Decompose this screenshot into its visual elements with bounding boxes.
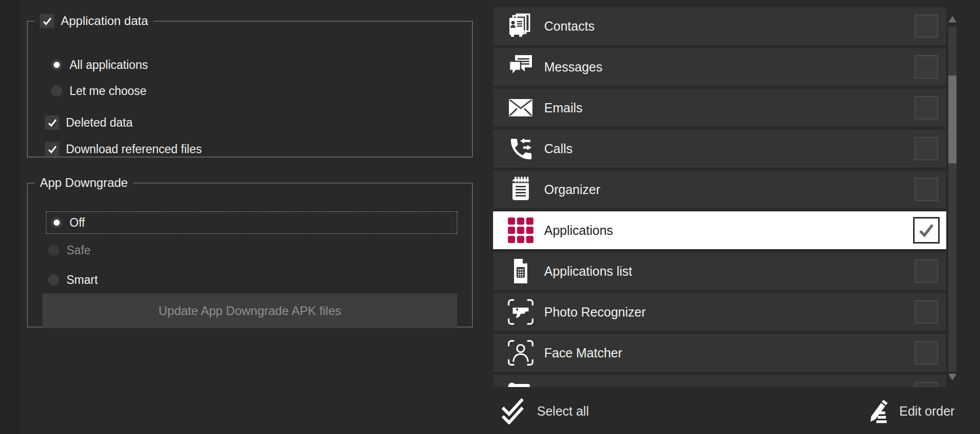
list-item-label: Messages xyxy=(544,60,602,75)
edit-order-button[interactable]: Edit order xyxy=(866,398,954,424)
scrollbar-track[interactable] xyxy=(948,27,956,372)
app-downgrade-label: App Downgrade xyxy=(40,175,128,190)
list-item-checkbox[interactable] xyxy=(915,14,938,38)
list-item-label: Calls xyxy=(544,141,573,156)
category-list: Contacts Messages Emails Calls Organizer… xyxy=(493,0,946,387)
check-icon xyxy=(47,117,58,128)
radio-label: Let me choose xyxy=(69,84,147,98)
list-item[interactable]: Calls xyxy=(493,130,946,167)
list-item[interactable]: Messages xyxy=(493,48,946,86)
radio-all-applications[interactable]: All applications xyxy=(51,57,148,73)
radio-label: Off xyxy=(69,216,85,230)
checkbox-download-referenced-files[interactable]: Download referenced files xyxy=(45,142,202,156)
checkbox-icon xyxy=(45,115,59,130)
list-item-checkbox[interactable] xyxy=(915,300,938,324)
app-downgrade-group: App Downgrade Off Safe Smart Update App … xyxy=(27,175,473,327)
radio-selected-icon xyxy=(51,217,62,228)
select-all-label: Select all xyxy=(537,404,589,419)
list-item[interactable]: Applications xyxy=(493,211,946,249)
radio-unselected-icon xyxy=(48,274,59,285)
list-item-label: Applications xyxy=(544,223,613,238)
radio-label: Smart xyxy=(66,273,98,287)
list-item[interactable]: Face Matcher xyxy=(493,334,946,372)
checkbox-label: Download referenced files xyxy=(66,142,202,156)
list-item-checkbox[interactable] xyxy=(915,259,938,283)
radio-smart[interactable]: Smart xyxy=(48,272,98,287)
list-item-checkbox[interactable] xyxy=(915,382,938,387)
application-data-group: Application data All applications Let me… xyxy=(27,13,473,157)
list-item[interactable]: Emails xyxy=(493,89,946,127)
list-item-label: Applications list xyxy=(544,264,632,279)
check-icon xyxy=(47,144,58,155)
checkbox-label: Deleted data xyxy=(66,116,132,130)
radio-safe[interactable]: Safe xyxy=(48,243,90,258)
list-item-checkbox[interactable] xyxy=(913,217,940,244)
radio-label: All applications xyxy=(69,58,148,72)
list-item[interactable]: Organizer xyxy=(493,171,946,208)
list-item-label: Face Matcher xyxy=(544,346,622,360)
edit-order-label: Edit order xyxy=(899,404,954,419)
application-data-legend: Application data xyxy=(35,13,153,29)
contacts-icon xyxy=(507,13,534,39)
organizer-icon xyxy=(507,176,534,203)
list-item-checkbox[interactable] xyxy=(915,55,938,79)
list-item-label: Photo Recognizer xyxy=(544,305,646,320)
radio-label: Safe xyxy=(66,244,90,257)
app-downgrade-legend: App Downgrade xyxy=(35,175,133,190)
face-matcher-icon xyxy=(507,340,534,366)
list-item[interactable] xyxy=(493,375,946,387)
checkbox-icon xyxy=(45,142,59,156)
radio-unselected-icon xyxy=(48,245,59,256)
list-item-checkbox[interactable] xyxy=(915,178,938,201)
list-item-checkbox[interactable] xyxy=(915,341,938,365)
applications-list-icon xyxy=(507,258,534,284)
pencil-icon xyxy=(866,398,891,424)
window-left-edge xyxy=(0,0,19,434)
application-data-label: Application data xyxy=(61,13,148,29)
checkbox-deleted-data[interactable]: Deleted data xyxy=(45,115,132,130)
update-app-downgrade-apk-button[interactable]: Update App Downgrade APK files xyxy=(42,294,457,328)
list-item-checkbox[interactable] xyxy=(915,96,938,119)
list-item-label: Organizer xyxy=(544,182,600,197)
list-item[interactable]: Photo Recognizer xyxy=(493,293,946,331)
radio-selected-icon xyxy=(51,59,62,70)
list-item-label: Contacts xyxy=(544,19,595,34)
partial-item-icon xyxy=(507,380,534,387)
calls-icon xyxy=(507,135,534,162)
select-all-button[interactable]: Select all xyxy=(500,398,589,424)
messages-icon xyxy=(507,54,534,80)
emails-icon xyxy=(507,94,534,121)
list-item[interactable]: Contacts xyxy=(493,7,946,45)
application-data-checkbox[interactable] xyxy=(40,14,54,28)
double-check-icon xyxy=(500,398,529,424)
check-icon xyxy=(917,221,936,239)
radio-unselected-icon xyxy=(51,85,62,97)
list-item-label: Emails xyxy=(544,101,582,115)
radio-let-me-choose[interactable]: Let me choose xyxy=(51,83,147,99)
applications-icon xyxy=(507,217,534,244)
scrollbar-up-arrow[interactable] xyxy=(948,16,956,22)
list-item-checkbox[interactable] xyxy=(915,137,938,160)
check-icon xyxy=(42,16,53,27)
scrollbar-thumb[interactable] xyxy=(948,76,956,163)
photo-recognizer-icon xyxy=(507,299,534,325)
radio-off[interactable]: Off xyxy=(46,211,457,234)
list-item[interactable]: Applications list xyxy=(493,252,946,290)
scrollbar-down-arrow[interactable] xyxy=(948,374,956,380)
